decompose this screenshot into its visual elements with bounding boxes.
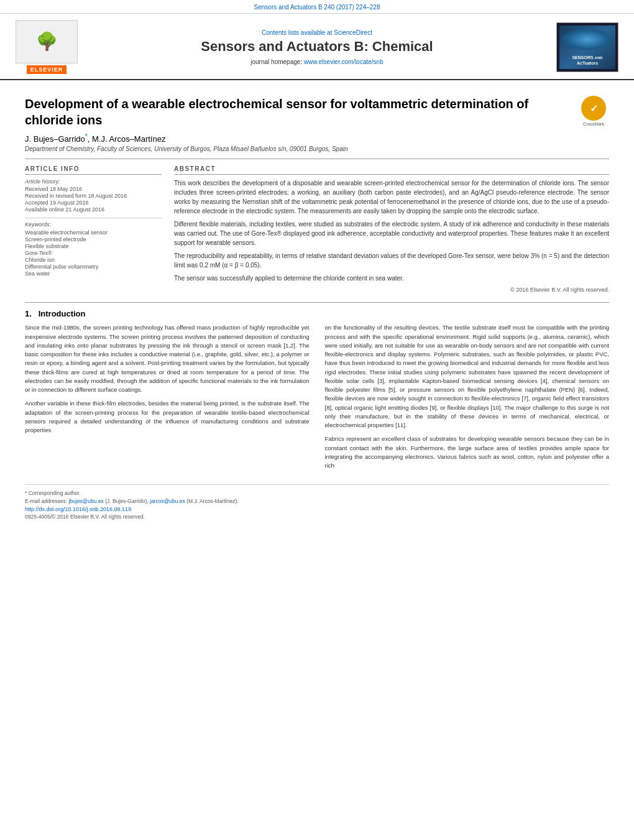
abstract-para-2: Different flexible materials, including … xyxy=(174,219,609,247)
doi-line[interactable]: http://dx.doi.org/10.1016/j.snb.2016.08.… xyxy=(25,506,609,512)
received-date: Received 18 May 2016 xyxy=(25,186,162,192)
article-info-header: ARTICLE INFO xyxy=(25,165,162,175)
keyword-1: Wearable electrochemical sensor xyxy=(25,229,162,236)
introduction-title: 1. Introduction xyxy=(25,309,609,318)
keyword-6: Differential pulse voltammetry xyxy=(25,264,162,270)
article-info-abstract-columns: ARTICLE INFO Article history: Received 1… xyxy=(25,165,609,293)
journal-logo-right: SENSORS ANDAcTuators xyxy=(553,22,622,72)
intro-left-para-2: Another variable in these thick-film ele… xyxy=(25,399,310,435)
issn-line: 0925-4005/© 2016 Elsevier B.V. All right… xyxy=(25,514,609,520)
affiliation: Department of Chemistry, Faculty of Scie… xyxy=(25,145,609,152)
divider-2 xyxy=(25,302,609,303)
intro-left-para-1: Since the mid-1980s, the screen printing… xyxy=(25,323,310,394)
intro-left-column: Since the mid-1980s, the screen printing… xyxy=(25,323,310,475)
elsevier-logo-box: 🌳 xyxy=(16,20,78,63)
journal-center: Contents lists available at ScienceDirec… xyxy=(81,29,553,65)
footnote-star: * Corresponding author. xyxy=(25,490,609,496)
elsevier-label: ELSEVIER xyxy=(27,65,67,74)
footnote-star-text: * Corresponding author. xyxy=(25,490,81,496)
intro-number: 1. xyxy=(25,309,32,318)
page: Sensors and Actuators B 240 (2017) 224–2… xyxy=(0,0,634,840)
intro-right-para-1: on the functionality of the resulting de… xyxy=(325,323,610,430)
authors-text: J. Bujes–Garrido*, M.J. Arcos–Martínez xyxy=(25,134,165,144)
journal-title: Sensors and Actuators B: Chemical xyxy=(93,39,541,55)
email2-link[interactable]: jarcos@ubu.es xyxy=(150,498,185,504)
elsevier-tree-icon: 🌳 xyxy=(36,33,58,50)
keyword-3: Flexible substrate xyxy=(25,243,162,249)
article-footer: * Corresponding author. E-mail addresses… xyxy=(25,484,609,520)
authors: J. Bujes–Garrido*, M.J. Arcos–Martínez xyxy=(25,133,609,144)
abstract-para-3: The reproducibility and repeatability, i… xyxy=(174,251,609,270)
keywords-section: Keywords: Wearable electrochemical senso… xyxy=(25,218,162,277)
journal-ref-text: Sensors and Actuators B 240 (2017) 224–2… xyxy=(254,4,380,11)
email2-name: (M.J. Arcos-Martínez). xyxy=(186,498,239,504)
crossmark-logo[interactable]: ✓ CrossMark xyxy=(578,96,609,126)
copyright-text: © 2016 Elsevier B.V. All rights reserved… xyxy=(174,287,609,293)
abstract-header: ABSTRACT xyxy=(174,165,609,175)
keyword-4: Gore-Tex® xyxy=(25,250,162,256)
keyword-7: Sea water xyxy=(25,270,162,277)
contents-available-text: Contents lists available at xyxy=(262,29,332,36)
article-history: Article history: Received 18 May 2016 Re… xyxy=(25,178,162,213)
history-title: Article history: xyxy=(25,178,162,185)
intro-title-text: Introduction xyxy=(39,309,86,318)
abstract-para-1: This work describes the development of a… xyxy=(174,178,609,216)
email1-name: (J. Bujes-Garrido), xyxy=(105,498,148,504)
keyword-5: Chloride ion xyxy=(25,257,162,263)
intro-right-column: on the functionality of the resulting de… xyxy=(325,323,610,475)
footnote-email: E-mail addresses: jbujes@ubu.es (J. Buje… xyxy=(25,498,609,504)
sensors-logo-text: SENSORS ANDAcTuators xyxy=(572,55,602,67)
available-online-date: Available online 21 August 2016 xyxy=(25,206,162,213)
homepage-anchor[interactable]: www.elsevier.com/locate/snb xyxy=(304,58,384,65)
main-content: Development of a wearable electrochemica… xyxy=(0,80,634,529)
introduction-columns: Since the mid-1980s, the screen printing… xyxy=(25,323,609,475)
abstract-text: This work describes the development of a… xyxy=(174,178,609,283)
crossmark-circle: ✓ xyxy=(581,96,606,121)
sensors-logo-img: SENSORS ANDAcTuators xyxy=(559,25,615,69)
crossmark-text: CrossMark xyxy=(583,122,604,126)
sciencedirect-anchor[interactable]: ScienceDirect xyxy=(334,29,372,36)
homepage-label: journal homepage: xyxy=(250,58,302,65)
abstract-column: ABSTRACT This work describes the develop… xyxy=(174,165,609,293)
email1-link[interactable]: jbujes@ubu.es xyxy=(68,498,103,504)
elsevier-logo: 🌳 ELSEVIER xyxy=(12,20,81,74)
divider-1 xyxy=(25,159,609,159)
sensors-logo-box: SENSORS ANDAcTuators xyxy=(556,22,618,72)
journal-reference-bar: Sensors and Actuators B 240 (2017) 224–2… xyxy=(0,0,634,14)
doi-anchor[interactable]: http://dx.doi.org/10.1016/j.snb.2016.08.… xyxy=(25,506,131,512)
journal-header: 🌳 ELSEVIER Contents lists available at S… xyxy=(0,14,634,80)
keyword-2: Screen-printed electrode xyxy=(25,236,162,242)
article-title-section: Development of a wearable electrochemica… xyxy=(25,96,609,128)
keywords-list: Wearable electrochemical sensor Screen-p… xyxy=(25,229,162,277)
email-label: E-mail addresses: xyxy=(25,498,67,504)
homepage-link[interactable]: journal homepage: www.elsevier.com/locat… xyxy=(93,58,541,65)
intro-right-para-2: Fabrics represent an excellent class of … xyxy=(325,435,610,470)
article-info-column: ARTICLE INFO Article history: Received 1… xyxy=(25,165,162,293)
article-title: Development of a wearable electrochemica… xyxy=(25,96,569,128)
keywords-title: Keywords: xyxy=(25,221,162,228)
abstract-para-4: The sensor was successfully applied to d… xyxy=(174,274,609,283)
accepted-date: Accepted 19 August 2016 xyxy=(25,200,162,206)
received-revised-date: Received in revised form 18 August 2016 xyxy=(25,193,162,199)
sciencedirect-link[interactable]: Contents lists available at ScienceDirec… xyxy=(93,29,541,36)
